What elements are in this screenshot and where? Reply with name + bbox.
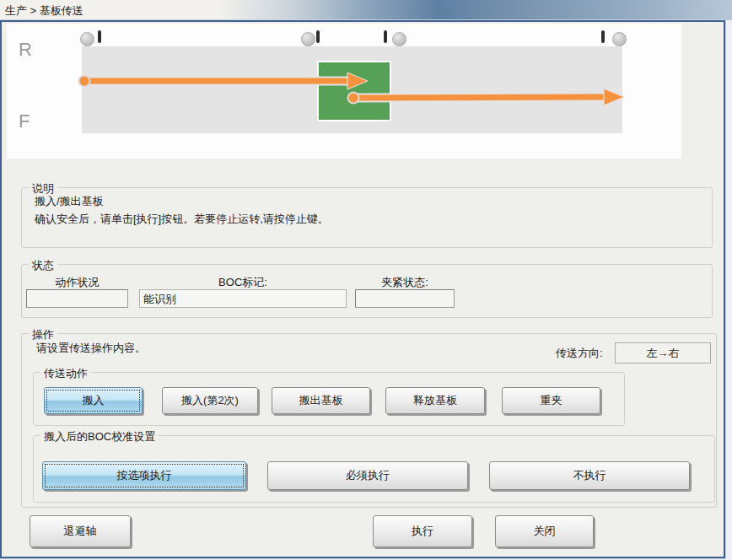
conveyor-diagram: R F — [7, 24, 681, 159]
sensor-circle-icon — [80, 32, 94, 46]
sensor-bar-icon — [601, 30, 605, 43]
load-button[interactable]: 搬入 — [44, 387, 143, 414]
transfer-action-group-title: 传送动作 — [40, 366, 91, 381]
execute-button[interactable]: 执行 — [373, 515, 472, 547]
sensor-bar-icon — [98, 30, 101, 43]
description-group: 说明 搬入/搬出基板 确认安全后，请单击[执行]按钮。若要停止运转,请按停止键。 — [21, 187, 713, 248]
boc-calibration-group-title: 搬入后的BOC校准设置 — [40, 429, 159, 444]
status-group: 状态 动作状况 BOC标记: 能识别 夹紧状态: — [21, 264, 713, 318]
sensor-circle-icon — [392, 32, 406, 46]
close-button[interactable]: 关闭 — [495, 515, 594, 547]
load-second-button[interactable]: 搬入(第2次) — [162, 387, 258, 414]
operation-group: 操作 请设置传送操作内容。 传送方向: 左→右 传送动作 搬入 搬入(第2次) … — [21, 333, 717, 508]
clamp-status-field — [355, 289, 455, 308]
sensor-circle-icon — [612, 32, 627, 46]
screen: 生产 > 基板传送 R F — [0, 0, 732, 560]
release-board-button[interactable]: 释放基板 — [385, 387, 485, 414]
reclamp-button[interactable]: 重夹 — [502, 387, 600, 414]
sensor-bar-icon — [316, 30, 320, 43]
direction-label: 传送方向: — [556, 346, 603, 361]
transfer-action-group: 传送动作 搬入 搬入(第2次) 搬出基板 释放基板 重夹 — [33, 372, 625, 426]
retract-axis-button[interactable]: 退避轴 — [30, 515, 131, 547]
operation-hint: 请设置传送操作内容。 — [36, 341, 146, 356]
action-status-label: 动作状况 — [26, 275, 128, 290]
boc-skip-button[interactable]: 不执行 — [489, 461, 690, 490]
boc-calibration-group: 搬入后的BOC校准设置 按选项执行 必须执行 不执行 — [33, 435, 715, 503]
status-group-title: 状态 — [29, 258, 57, 273]
description-line-1: 搬入/搬出基板 — [35, 194, 104, 209]
boc-required-button[interactable]: 必须执行 — [267, 461, 468, 490]
top-bar: 生产 > 基板传送 — [0, 0, 732, 20]
boc-mark-field: 能识别 — [139, 289, 347, 308]
board-transfer-dialog: R F — [0, 20, 725, 558]
breadcrumb[interactable]: 生产 > 基板传送 — [5, 3, 83, 19]
sensor-bar-icon — [384, 30, 387, 43]
clamp-status-label: 夹紧状态: — [355, 275, 455, 290]
boc-by-option-button[interactable]: 按选项执行 — [42, 461, 246, 490]
boc-mark-label: BOC标记: — [139, 275, 347, 290]
action-status-field — [26, 289, 128, 308]
front-axis-label: F — [19, 110, 30, 132]
direction-value: 左→右 — [615, 342, 711, 363]
board-rect — [317, 61, 391, 121]
description-line-2: 确认安全后，请单击[执行]按钮。若要停止运转,请按停止键。 — [35, 212, 329, 227]
unload-board-button[interactable]: 搬出基板 — [272, 387, 370, 414]
sensor-circle-icon — [301, 32, 315, 46]
rear-axis-label: R — [19, 39, 32, 61]
